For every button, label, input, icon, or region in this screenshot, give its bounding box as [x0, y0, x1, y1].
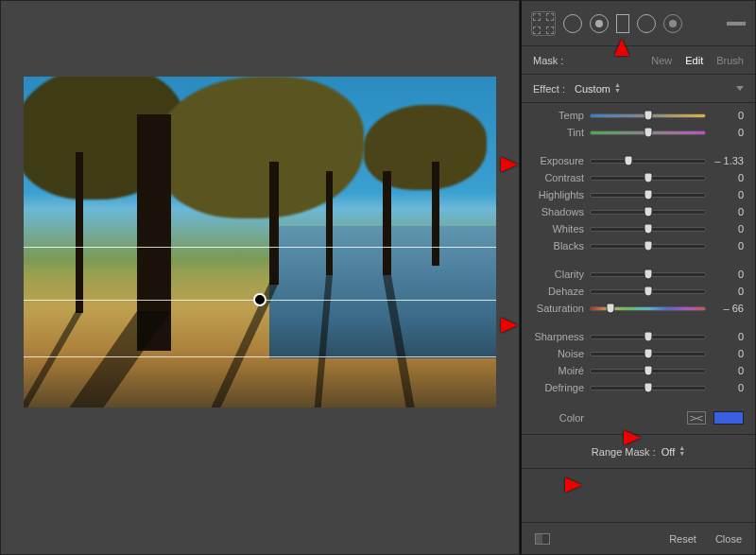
image-canvas[interactable]: [0, 0, 520, 555]
color-none-swatch[interactable]: [687, 411, 706, 425]
slider-label: Whites: [522, 223, 584, 234]
effect-dropdown[interactable]: Custom▲▼: [575, 82, 621, 95]
slider-knob[interactable]: [644, 111, 652, 121]
slider-clarity: Clarity0: [522, 266, 744, 283]
panel-footer: Reset Close: [522, 522, 755, 554]
range-mask-row: Range Mask : Off▲▼: [522, 435, 755, 469]
slider-label: Tint: [522, 127, 584, 138]
slider-track[interactable]: [590, 386, 706, 390]
spot-removal-tool[interactable]: [563, 14, 582, 33]
redeye-tool[interactable]: [590, 14, 609, 33]
slider-knob[interactable]: [644, 241, 652, 251]
slider-label: Sharpness: [522, 331, 584, 342]
slider-value: 0: [712, 348, 744, 359]
slider-value: 0: [712, 189, 744, 200]
slider-label: Saturation: [522, 303, 584, 314]
slider-highlights: Highlights0: [522, 186, 744, 203]
slider-tint: Tint0: [522, 124, 744, 141]
slider-track[interactable]: [590, 352, 706, 356]
mask-tabs-row: Mask : New Edit Brush: [522, 46, 755, 75]
slider-value: 0: [712, 206, 744, 217]
effect-row: Effect : Custom▲▼: [522, 75, 755, 103]
slider-value: 0: [712, 240, 744, 251]
slider-knob[interactable]: [644, 128, 652, 138]
slider-knob[interactable]: [644, 190, 652, 200]
range-mask-dropdown[interactable]: Off▲▼: [662, 445, 685, 458]
slider-track[interactable]: [590, 227, 706, 232]
slider-value: 0: [712, 365, 744, 376]
slider-knob[interactable]: [644, 269, 652, 280]
slider-dehaze: Dehaze0: [522, 283, 744, 300]
range-mask-label: Range Mask :: [592, 446, 656, 458]
slider-track[interactable]: [590, 272, 706, 277]
slider-knob[interactable]: [644, 286, 652, 297]
slider-track[interactable]: [590, 193, 706, 198]
slider-track[interactable]: [590, 244, 706, 249]
slider-track[interactable]: [590, 130, 706, 135]
slider-knob[interactable]: [644, 224, 652, 234]
gradient-pin[interactable]: [253, 293, 266, 306]
slider-track[interactable]: [590, 289, 706, 294]
slider-label: Contrast: [522, 172, 584, 183]
slider-track[interactable]: [590, 176, 706, 181]
adjustment-panel: Mask : New Edit Brush Effect : Custom▲▼ …: [520, 0, 756, 555]
slider-label: Highlights: [522, 189, 584, 200]
slider-saturation: Saturation– 66: [522, 300, 744, 317]
slider-value: 0: [712, 269, 744, 280]
slider-track[interactable]: [590, 113, 706, 118]
reset-button[interactable]: Reset: [669, 533, 696, 545]
panel-disclosure-icon[interactable]: [736, 86, 744, 91]
slider-label: Temp: [522, 110, 584, 121]
radial-filter-tool[interactable]: [637, 14, 656, 33]
color-swatch[interactable]: [713, 411, 744, 425]
slider-knob[interactable]: [644, 332, 652, 342]
preview-image[interactable]: [24, 77, 496, 408]
slider-sharpness: Sharpness0: [522, 328, 744, 345]
graduated-filter-tool[interactable]: [616, 14, 629, 33]
slider-knob[interactable]: [644, 366, 652, 376]
tab-new[interactable]: New: [651, 55, 672, 66]
gradient-guide-top[interactable]: [24, 247, 496, 248]
slider-knob[interactable]: [606, 304, 614, 314]
slider-track[interactable]: [590, 306, 706, 311]
slider-shadows: Shadows0: [522, 203, 744, 220]
slider-knob[interactable]: [644, 207, 652, 217]
slider-knob[interactable]: [644, 173, 652, 183]
close-button[interactable]: Close: [715, 533, 742, 545]
slider-track[interactable]: [590, 335, 706, 339]
slider-value: 0: [712, 110, 744, 121]
effect-label: Effect :: [533, 83, 565, 95]
adjustment-brush-tool[interactable]: [663, 14, 682, 33]
slider-track[interactable]: [590, 159, 706, 164]
slider-label: Moiré: [522, 365, 584, 376]
tab-brush[interactable]: Brush: [716, 55, 744, 66]
slider-value: 0: [712, 331, 744, 342]
slider-exposure: Exposure– 1.33: [522, 152, 744, 169]
slider-value: 0: [712, 127, 744, 138]
slider-label: Noise: [522, 348, 584, 359]
slider-value: 0: [712, 223, 744, 234]
slider-track[interactable]: [590, 210, 706, 215]
slider-label: Dehaze: [522, 286, 584, 297]
slider-label: Exposure: [522, 155, 584, 166]
slider-label: Defringe: [522, 382, 584, 393]
slider-track[interactable]: [590, 369, 706, 373]
panel-toggle-icon[interactable]: [727, 22, 746, 26]
slider-knob[interactable]: [644, 383, 652, 393]
slider-value: 0: [712, 382, 744, 393]
slider-noise: Noise0: [522, 345, 744, 362]
crop-tool[interactable]: [531, 11, 556, 36]
slider-knob[interactable]: [644, 349, 652, 359]
slider-knob[interactable]: [624, 156, 632, 166]
slider-defringe: Defringe0: [522, 379, 744, 396]
tab-edit[interactable]: Edit: [685, 55, 703, 66]
color-row: Color: [522, 408, 755, 435]
slider-value: 0: [712, 286, 744, 297]
slider-value: 0: [712, 172, 744, 183]
slider-whites: Whites0: [522, 220, 744, 237]
before-after-toggle[interactable]: [535, 533, 550, 545]
gradient-guide-bottom[interactable]: [24, 356, 496, 357]
mask-label: Mask :: [533, 55, 563, 66]
color-label: Color: [522, 412, 584, 424]
tool-strip: [522, 1, 755, 46]
